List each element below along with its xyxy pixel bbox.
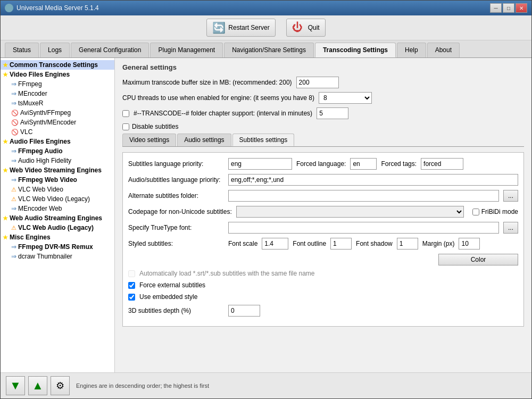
styled-subtitles-row: Styled subtitles: Font scale Font outlin… <box>128 238 518 250</box>
sidebar-item-ffmpeg-audio[interactable]: ⇒ FFmpeg Audio <box>1 146 114 156</box>
restart-server-button[interactable]: 🔄 Restart Server <box>206 19 275 37</box>
disable-subtitles-checkbox[interactable] <box>122 123 129 130</box>
alternate-folder-browse-button[interactable]: ... <box>503 190 518 202</box>
star-icon: ★ <box>3 71 8 78</box>
sidebar-item-tsmuxer[interactable]: ⇒ tsMuxeR <box>1 98 114 108</box>
sidebar-item-ffmpeg-dvr[interactable]: ⇒ FFmpeg DVR-MS Remux <box>1 242 114 252</box>
max-buffer-label: Maximum transcode buffer size in MB: (re… <box>122 79 292 86</box>
language-priority-input[interactable] <box>228 158 292 170</box>
tab-audio-settings[interactable]: Audio settings <box>177 134 231 146</box>
fribidi-checkbox[interactable] <box>472 209 479 215</box>
audio-priority-row: Audio/subtitles language priority: <box>128 174 518 186</box>
down-icon: ▼ <box>10 379 21 393</box>
cpu-threads-label: CPU threads to use when enabled for engi… <box>122 94 314 102</box>
transcode-folder-label: #--TRANSCODE--# folder chapter support: … <box>134 110 312 117</box>
forced-tags-input[interactable] <box>421 158 463 170</box>
margin-input[interactable] <box>459 238 480 250</box>
force-external-row: Force external subtitles <box>128 281 518 289</box>
font-shadow-input[interactable] <box>397 238 418 250</box>
quit-button[interactable]: ⏻ Quit <box>286 19 326 37</box>
specify-font-row: Specify TrueType font: ... <box>128 222 518 234</box>
transcode-folder-checkbox[interactable] <box>122 110 129 117</box>
font-scale-input[interactable] <box>262 238 288 250</box>
star-icon: ★ <box>3 215 8 222</box>
font-outline-input[interactable] <box>330 238 352 250</box>
up-icon: ▲ <box>32 379 44 393</box>
depth-input[interactable] <box>228 305 260 317</box>
minimize-button[interactable]: ─ <box>490 3 502 13</box>
maximize-button[interactable]: □ <box>503 3 514 13</box>
cpu-threads-row: CPU threads to use when enabled for engi… <box>122 92 524 104</box>
section-title: General settings <box>122 63 524 71</box>
tab-navigation-share[interactable]: Navigation/Share Settings <box>224 43 314 57</box>
cpu-threads-select[interactable]: 8 <box>319 92 372 104</box>
top-tabs: Status Logs General Configuration Plugin… <box>1 40 531 58</box>
sidebar-item-mencoder[interactable]: ⇒ MEncoder <box>1 89 114 98</box>
arrow-icon: ⇒ <box>11 243 16 251</box>
sidebar-item-video-files[interactable]: ★ Video Files Engines <box>1 70 114 79</box>
sidebar-item-audio-high[interactable]: ⇒ Audio High Fidelity <box>1 156 114 165</box>
sidebar-item-avisynth-mencoder[interactable]: 🚫 AviSynth/MEncoder <box>1 118 114 127</box>
arrow-icon: ⇒ <box>11 80 16 88</box>
fribidi-row: FriBiDi mode <box>472 208 518 215</box>
star-icon: ★ <box>3 138 8 145</box>
settings-button[interactable]: ⚙ <box>51 376 70 395</box>
font-outline-label: Font outline <box>293 240 326 247</box>
sidebar-item-ffmpeg-web-video[interactable]: ⇒ FFmpeg Web Video <box>1 175 114 185</box>
styled-subtitles-label: Styled subtitles: <box>128 240 224 247</box>
move-up-button[interactable]: ▲ <box>28 376 47 395</box>
language-priority-label: Subtitles language priority: <box>128 160 224 168</box>
max-buffer-input[interactable] <box>296 77 339 88</box>
audio-priority-input[interactable] <box>228 174 518 186</box>
sidebar-item-common[interactable]: ★ Common Transcode Settings <box>1 60 114 70</box>
alternate-folder-input[interactable] <box>228 190 499 202</box>
auto-load-label: Automatically load *.srt/*.sub subtitles… <box>139 270 314 277</box>
restart-label: Restart Server <box>228 24 269 31</box>
tab-help[interactable]: Help <box>397 43 426 57</box>
window-controls: ─ □ ✕ <box>490 3 527 13</box>
tab-about[interactable]: About <box>427 43 460 57</box>
tab-transcoding-settings[interactable]: Transcoding Settings <box>315 43 396 57</box>
transcode-folder-input[interactable] <box>317 107 348 119</box>
close-button[interactable]: ✕ <box>516 3 527 13</box>
move-down-button[interactable]: ▼ <box>6 376 25 395</box>
tab-video-settings[interactable]: Video settings <box>122 134 176 146</box>
forced-language-input[interactable] <box>350 158 377 170</box>
sidebar-item-web-video[interactable]: ★ Web Video Streaming Engines <box>1 165 114 175</box>
use-embedded-checkbox[interactable] <box>128 294 135 301</box>
sidebar-item-vlc-web-audio[interactable]: ⚠ VLC Web Audio (Legacy) <box>1 223 114 232</box>
sidebar-item-audio-files[interactable]: ★ Audio Files Engines <box>1 137 114 146</box>
sidebar-item-ffmpeg[interactable]: ⇒ FFmpeg <box>1 79 114 89</box>
tab-logs[interactable]: Logs <box>40 43 70 57</box>
specify-font-browse-button[interactable]: ... <box>503 222 518 234</box>
arrow-icon: ⇒ <box>11 176 16 184</box>
star-icon: ★ <box>3 234 8 241</box>
arrow-icon: ⇒ <box>11 147 16 155</box>
audio-priority-label: Audio/subtitles language priority: <box>128 176 224 184</box>
specify-font-input[interactable] <box>228 222 499 234</box>
sidebar-item-vlc-web-legacy[interactable]: ⚠ VLC Web Video (Legacy) <box>1 194 114 204</box>
title-bar: Universal Media Server 5.1.4 ─ □ ✕ <box>1 1 531 15</box>
block-icon: 🚫 <box>11 119 19 126</box>
sidebar-item-web-audio[interactable]: ★ Web Audio Streaming Engines <box>1 213 114 223</box>
sidebar: ★ Common Transcode Settings ★ Video File… <box>1 58 115 372</box>
warn-icon: ⚠ <box>11 186 16 193</box>
specify-font-label: Specify TrueType font: <box>128 224 224 231</box>
color-button[interactable]: Color <box>438 254 518 265</box>
codepage-select[interactable] <box>236 206 464 218</box>
tab-subtitles-settings[interactable]: Subtitles settings <box>232 134 295 146</box>
quit-label: Quit <box>308 24 320 31</box>
sidebar-item-vlc-web[interactable]: ⚠ VLC Web Video <box>1 185 114 194</box>
subtitles-settings-panel: Subtitles language priority: Forced lang… <box>122 152 524 327</box>
tab-status[interactable]: Status <box>5 43 39 57</box>
tab-plugin-management[interactable]: Plugin Management <box>150 43 223 57</box>
sidebar-item-dcraw[interactable]: ⇒ dcraw Thumbnailer <box>1 252 114 261</box>
sidebar-item-vlc[interactable]: 🚫 VLC <box>1 127 114 137</box>
sidebar-item-mencoder-web[interactable]: ⇒ MEncoder Web <box>1 204 114 213</box>
sidebar-item-avisynth-ffmpeg[interactable]: 🚫 AviSynth/FFmpeg <box>1 108 114 118</box>
force-external-checkbox[interactable] <box>128 282 135 289</box>
auto-load-checkbox <box>128 270 135 277</box>
arrow-icon: ⇒ <box>11 157 16 164</box>
tab-general-configuration[interactable]: General Configuration <box>71 43 149 57</box>
sidebar-item-misc[interactable]: ★ Misc Engines <box>1 232 114 242</box>
